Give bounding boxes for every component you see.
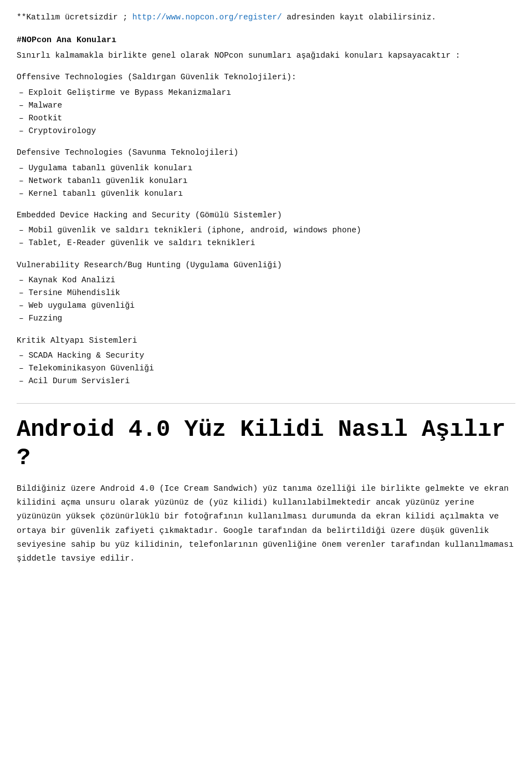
list-item: – Web uygulama güvenliği <box>17 299 515 312</box>
embedded-heading: Embedded Device Hacking and Security (Gö… <box>17 209 515 222</box>
article-body: Bildiğiniz üzere Android 4.0 (Ice Cream … <box>17 482 515 566</box>
vulnerability-section: Vulnerability Research/Bug Hunting (Uygu… <box>17 259 515 325</box>
list-item: – Exploit Geliştirme ve Bypass Mekanizma… <box>17 87 515 99</box>
register-link[interactable]: http://www.nopcon.org/register/ <box>132 13 282 22</box>
notice-text-before: **Katılım ücretsizdir ; <box>17 13 132 22</box>
top-notice: **Katılım ücretsizdir ; http://www.nopco… <box>17 11 515 24</box>
kritik-section: Kritik Altyapı Sistemleri – SCADA Hackin… <box>17 334 515 388</box>
offensive-section: Offensive Technologies (Saldırgan Güvenl… <box>17 71 515 138</box>
nopcon-title: #NOPcon Ana Konuları <box>17 34 515 47</box>
list-item: – Rootkit <box>17 112 515 125</box>
notice-text-after: adresinden kayıt olabilirsiniz. <box>282 13 436 22</box>
list-item: – Tablet, E-Reader güvenlik ve saldırı t… <box>17 237 515 250</box>
nopcon-section: #NOPcon Ana Konuları Sınırlı kalmamakla … <box>17 34 515 62</box>
defensive-heading: Defensive Technologies (Savunma Teknoloj… <box>17 146 515 159</box>
list-item: – SCADA Hacking & Security <box>17 349 515 362</box>
list-item: – Kernel tabanlı güvenlik konuları <box>17 187 515 200</box>
nopcon-intro: Sınırlı kalmamakla birlikte genel olarak… <box>17 49 515 62</box>
vulnerability-heading: Vulnerability Research/Bug Hunting (Uygu… <box>17 259 515 272</box>
list-item: – Malware <box>17 99 515 112</box>
list-item: – Uygulama tabanlı güvenlik konuları <box>17 162 515 175</box>
list-item: – Mobil güvenlik ve saldırı teknikleri (… <box>17 224 515 237</box>
offensive-heading: Offensive Technologies (Saldırgan Güvenl… <box>17 71 515 84</box>
list-item: – Telekominikasyon Güvenliği <box>17 362 515 375</box>
embedded-section: Embedded Device Hacking and Security (Gö… <box>17 209 515 250</box>
list-item: – Kaynak Kod Analizi <box>17 274 515 287</box>
article-title: Android 4.0 Yüz Kilidi Nasıl Aşılır ? <box>17 416 515 472</box>
section-divider <box>17 403 515 404</box>
list-item: – Cryptovirology <box>17 125 515 138</box>
kritik-heading: Kritik Altyapı Sistemleri <box>17 334 515 347</box>
list-item: – Network tabanlı güvenlik konuları <box>17 175 515 187</box>
list-item: – Tersine Mühendislik <box>17 287 515 299</box>
list-item: – Acil Durum Servisleri <box>17 375 515 388</box>
list-item: – Fuzzing <box>17 312 515 325</box>
defensive-section: Defensive Technologies (Savunma Teknoloj… <box>17 146 515 200</box>
